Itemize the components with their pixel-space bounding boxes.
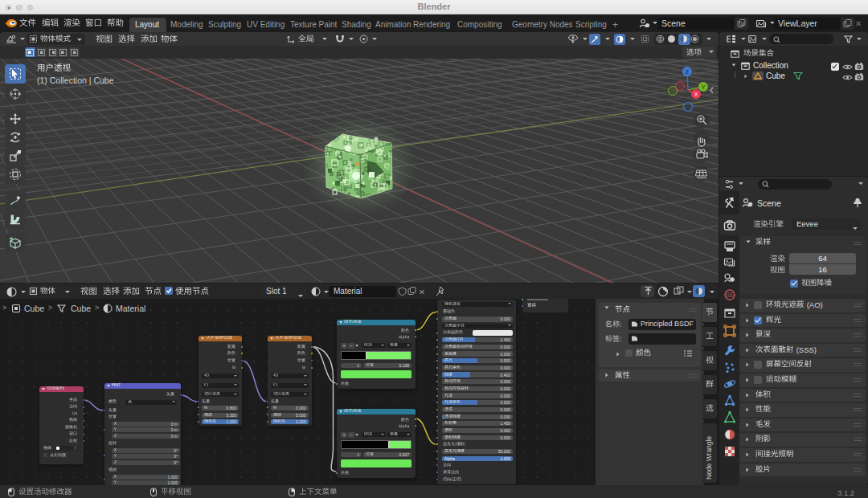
- svg-text:Z: Z: [686, 69, 690, 75]
- svg-text:X: X: [694, 92, 698, 97]
- svg-text:Y: Y: [702, 84, 706, 90]
